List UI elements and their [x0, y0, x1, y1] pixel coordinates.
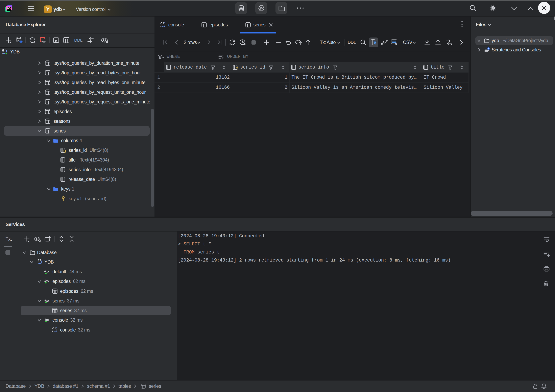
svg-text:DG: DG [7, 7, 10, 9]
